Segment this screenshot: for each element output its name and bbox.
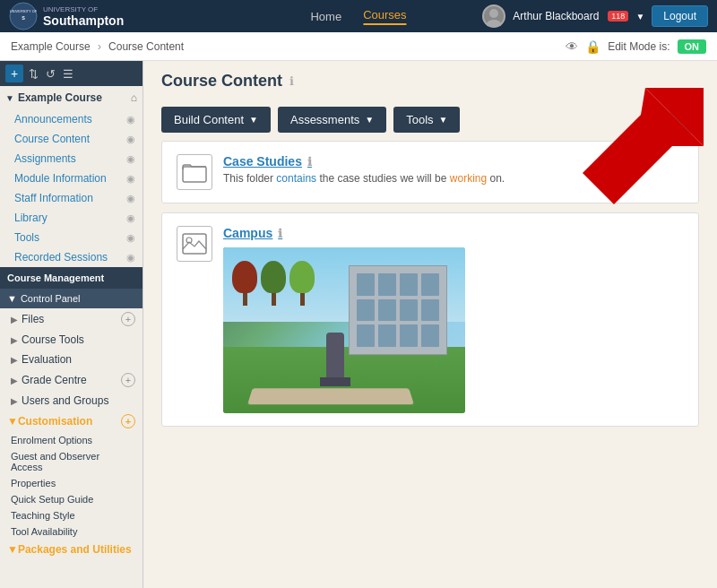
expand-icon: ◉ bbox=[126, 252, 135, 264]
sidebar-list-button[interactable]: ☰ bbox=[61, 65, 75, 82]
top-navigation: UNIVERSITY OF S UNIVERSITY OF Southampto… bbox=[0, 0, 717, 32]
course-tools-arrow: ▶ bbox=[11, 335, 18, 345]
svg-rect-7 bbox=[183, 167, 206, 182]
example-course-chevron: ▼ bbox=[5, 93, 14, 103]
build-content-chevron: ▼ bbox=[249, 115, 258, 125]
sidebar-item-assignments[interactable]: Assignments ◉ bbox=[0, 149, 143, 169]
sidebar-item-properties[interactable]: Properties bbox=[0, 475, 143, 491]
user-area: Arthur Blackboard 118 ▼ Logout bbox=[482, 4, 708, 28]
breadcrumb: Example Course › Course Content 👁 🔒 Edit… bbox=[0, 32, 717, 61]
tree-3 bbox=[289, 261, 315, 306]
breadcrumb-course[interactable]: Example Course bbox=[11, 40, 91, 53]
campus-building bbox=[349, 265, 447, 355]
sidebar-item-teaching-style[interactable]: Teaching Style bbox=[0, 507, 143, 523]
tools-button[interactable]: Tools ▼ bbox=[393, 107, 460, 133]
eye-icon[interactable]: 👁 bbox=[566, 39, 578, 54]
files-add-icon[interactable]: + bbox=[121, 312, 135, 326]
sidebar-item-course-content[interactable]: Course Content ◉ bbox=[0, 129, 143, 149]
sidebar-refresh-button[interactable]: ↺ bbox=[44, 65, 57, 82]
action-bar: Build Content ▼ Assessments ▼ Tools ▼ ⇅ bbox=[143, 98, 717, 141]
course-management-header: Course Management bbox=[0, 267, 143, 289]
expand-icon: ◉ bbox=[126, 193, 135, 204]
sidebar-item-library[interactable]: Library ◉ bbox=[0, 208, 143, 228]
case-studies-title[interactable]: Case Studies ℹ bbox=[223, 154, 684, 169]
sidebar-item-enrolment-options[interactable]: Enrolment Options bbox=[0, 432, 143, 448]
evaluation-label: Evaluation bbox=[22, 353, 72, 366]
assessments-chevron: ▼ bbox=[365, 115, 374, 125]
desc-link: contains bbox=[276, 172, 316, 185]
university-name: UNIVERSITY OF Southampton bbox=[43, 5, 124, 28]
control-panel-chevron: ▼ bbox=[7, 293, 17, 304]
sidebar-item-tools[interactable]: Tools ◉ bbox=[0, 228, 143, 247]
content-area: Case Studies ℹ This folder contains the … bbox=[143, 141, 717, 454]
logout-button[interactable]: Logout bbox=[652, 5, 708, 27]
sidebar-toolbar: + ⇅ ↺ ☰ bbox=[0, 61, 143, 86]
sidebar-item-course-tools[interactable]: ▶ Course Tools bbox=[0, 330, 143, 350]
window bbox=[357, 324, 375, 347]
window bbox=[421, 324, 439, 347]
window bbox=[378, 299, 396, 322]
expand-icon: ◉ bbox=[126, 173, 135, 185]
assessments-button[interactable]: Assessments ▼ bbox=[278, 107, 386, 133]
breadcrumb-page: Course Content bbox=[108, 40, 184, 53]
files-label: Files bbox=[22, 313, 44, 325]
sidebar-item-quick-setup[interactable]: Quick Setup Guide bbox=[0, 491, 143, 507]
sort-button[interactable]: ⇅ bbox=[670, 105, 699, 134]
desc-prefix: This folder bbox=[223, 172, 276, 185]
breadcrumb-actions: 👁 🔒 Edit Mode is: ON bbox=[566, 39, 706, 54]
users-arrow: ▶ bbox=[11, 396, 18, 406]
svg-text:UNIVERSITY OF: UNIVERSITY OF bbox=[10, 9, 38, 13]
tree-crown-2 bbox=[261, 261, 286, 293]
sidebar-sort-button[interactable]: ⇅ bbox=[27, 65, 40, 82]
sidebar-item-users-groups[interactable]: ▶ Users and Groups bbox=[0, 391, 143, 411]
window bbox=[400, 273, 418, 296]
sidebar-item-guest-observer[interactable]: Guest and Observer Access bbox=[0, 448, 143, 475]
control-panel-header[interactable]: ▼ Control Panel bbox=[0, 289, 143, 308]
user-dropdown-chevron[interactable]: ▼ bbox=[635, 12, 644, 22]
sidebar-add-button[interactable]: + bbox=[5, 65, 23, 82]
evaluation-arrow: ▶ bbox=[11, 355, 18, 365]
svg-text:S: S bbox=[22, 15, 25, 21]
sidebar-item-staff-info[interactable]: Staff Information ◉ bbox=[0, 188, 143, 208]
sidebar-item-grade-centre[interactable]: ▶ Grade Centre + bbox=[0, 369, 143, 391]
logo: UNIVERSITY OF S UNIVERSITY OF Southampto… bbox=[9, 2, 124, 30]
sidebar-item-evaluation[interactable]: ▶ Evaluation bbox=[0, 350, 143, 369]
customisation-label: Customisation bbox=[18, 415, 92, 428]
campus-sculpture bbox=[326, 333, 344, 382]
case-studies-link[interactable]: Case Studies bbox=[223, 154, 302, 169]
sidebar-course-title: Example Course bbox=[18, 91, 102, 104]
packages-header[interactable]: ▼ Packages and Utilities bbox=[0, 540, 143, 559]
sidebar-item-recorded-sessions[interactable]: Recorded Sessions ◉ bbox=[0, 247, 143, 267]
campus-scene bbox=[223, 247, 465, 413]
nav-home[interactable]: Home bbox=[310, 10, 341, 23]
campus-image bbox=[223, 247, 465, 413]
campus-title[interactable]: Campus ℹ bbox=[223, 226, 684, 240]
grade-add-icon[interactable]: + bbox=[121, 373, 135, 387]
sidebar-item-tool-availability[interactable]: Tool Availability bbox=[0, 523, 143, 540]
lock-icon[interactable]: 🔒 bbox=[585, 39, 600, 54]
desc-suffix: on. bbox=[487, 172, 505, 185]
grade-label: Grade Centre bbox=[22, 374, 87, 386]
campus-trees bbox=[232, 261, 315, 306]
edit-mode-label: Edit Mode is: bbox=[608, 40, 669, 53]
building-windows bbox=[350, 266, 446, 354]
campus-link[interactable]: Campus bbox=[223, 226, 272, 240]
sidebar-item-files[interactable]: ▶ Files + bbox=[0, 308, 143, 330]
customisation-add-icon[interactable]: + bbox=[121, 414, 135, 428]
build-content-button[interactable]: Build Content ▼ bbox=[161, 107, 271, 133]
sidebar-item-announcements[interactable]: Announcements ◉ bbox=[0, 109, 143, 129]
nav-links: Home Courses bbox=[310, 8, 406, 25]
nav-courses[interactable]: Courses bbox=[363, 8, 406, 25]
control-panel-label: Control Panel bbox=[21, 293, 81, 304]
case-studies-desc: This folder contains the case studies we… bbox=[223, 172, 684, 185]
desc-working: working bbox=[450, 172, 487, 185]
packages-chevron: ▼ bbox=[7, 543, 18, 556]
main-content: Course Content ℹ Build Content ▼ Assessm… bbox=[143, 61, 717, 588]
customisation-header[interactable]: ▼ Customisation + bbox=[0, 411, 143, 432]
edit-mode-toggle[interactable]: ON bbox=[678, 39, 707, 54]
sidebar-item-module-info[interactable]: Module Information ◉ bbox=[0, 169, 143, 188]
sidebar-section-example-course[interactable]: ▼ Example Course ⌂ bbox=[0, 86, 143, 109]
university-title: Southampton bbox=[43, 13, 124, 28]
assessments-label: Assessments bbox=[290, 113, 359, 126]
expand-icon: ◉ bbox=[126, 212, 135, 224]
